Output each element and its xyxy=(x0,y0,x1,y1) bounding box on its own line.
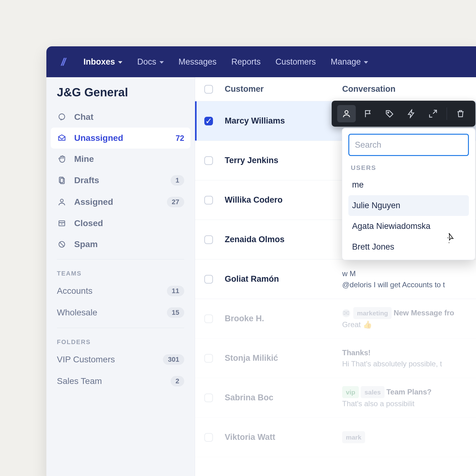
count-pill: 2 xyxy=(171,376,184,386)
svg-point-7 xyxy=(345,111,348,114)
tag: vip xyxy=(342,386,359,398)
move-icon[interactable] xyxy=(424,105,442,122)
sidebar-label: Drafts xyxy=(74,175,163,185)
sidebar-label: Spam xyxy=(74,239,184,249)
select-all-checkbox[interactable] xyxy=(204,85,213,94)
sidebar-label: Chat xyxy=(74,112,184,122)
chevron-down-icon xyxy=(118,61,122,64)
sidebar-label: Unassigned xyxy=(74,133,168,143)
sidebar-label: Assigned xyxy=(74,197,159,207)
sidebar-item-mine[interactable]: Mine xyxy=(46,149,195,170)
app-window: // InboxesDocsMessagesReportsCustomersMa… xyxy=(46,46,476,476)
label: Wholesale xyxy=(57,308,159,318)
chevron-down-icon xyxy=(159,61,164,64)
nav-docs[interactable]: Docs xyxy=(137,57,164,67)
label: Sales Team xyxy=(57,376,163,386)
sidebar: J&G General ChatUnassigned72MineDrafts1A… xyxy=(46,77,195,476)
row-checkbox[interactable] xyxy=(204,275,213,284)
table-row[interactable]: Stonja MilikićThanks!Hi That's absolutel… xyxy=(195,339,476,378)
row-checkbox[interactable] xyxy=(204,394,213,402)
divider xyxy=(57,259,184,259)
trash-icon[interactable] xyxy=(451,105,470,122)
count-pill: 1 xyxy=(171,175,184,186)
block-icon xyxy=(57,239,67,249)
svg-point-3 xyxy=(60,199,63,202)
count: 72 xyxy=(176,134,184,143)
sidebar-label: Closed xyxy=(74,218,184,228)
row-checkbox[interactable] xyxy=(204,433,213,442)
label: Accounts xyxy=(57,286,159,296)
nav-reports[interactable]: Reports xyxy=(232,57,261,67)
sidebar-label: Mine xyxy=(74,154,184,164)
assign-option[interactable]: Julie Nguyen xyxy=(348,195,469,216)
table-row[interactable]: Brooke H.✉marketingNew Message froGreat … xyxy=(195,299,476,339)
tag: marketing xyxy=(353,307,392,319)
customer-name: Goliat Ramón xyxy=(225,274,333,284)
drafts-icon xyxy=(57,175,67,185)
assign-icon[interactable] xyxy=(337,105,356,122)
dropdown-users-heading: USERS xyxy=(348,156,469,175)
team-wholesale[interactable]: Wholesale15 xyxy=(46,302,195,323)
flag-icon[interactable] xyxy=(359,105,377,122)
table-row[interactable]: Viktoria Wattmark xyxy=(195,418,476,457)
nav-manage[interactable]: Manage xyxy=(331,57,368,67)
sidebar-item-closed[interactable]: Closed xyxy=(46,213,195,234)
sidebar-item-spam[interactable]: Spam xyxy=(46,234,195,255)
svg-point-0 xyxy=(59,114,65,120)
tag-icon[interactable] xyxy=(380,105,399,122)
assign-option[interactable]: Agata Niewiadomska xyxy=(348,216,469,237)
customer-name: Marcy Williams xyxy=(225,116,333,126)
customer-name: Sabrina Boc xyxy=(225,393,333,402)
customer-name: Terry Jenkins xyxy=(225,156,333,165)
content: Customer Conversation ✓Marcy WilliamsHel… xyxy=(195,77,476,476)
assign-option[interactable]: Brett Jones xyxy=(348,237,469,257)
chevron-down-icon xyxy=(364,61,368,64)
tag: sales xyxy=(361,386,385,398)
count-pill: 27 xyxy=(167,197,184,207)
hand-icon xyxy=(57,154,67,164)
row-checkbox[interactable] xyxy=(204,235,213,244)
row-checkbox[interactable] xyxy=(204,196,213,204)
header-conversation[interactable]: Conversation xyxy=(333,84,470,94)
table-row[interactable]: Sabrina BocvipsalesTeam Plans?That's als… xyxy=(195,378,476,418)
count-pill: 15 xyxy=(167,307,184,318)
teams-heading: TEAMS xyxy=(46,264,195,280)
messenger-icon: ✉ xyxy=(342,309,350,317)
sidebar-item-chat[interactable]: Chat xyxy=(46,107,195,128)
nav-customers[interactable]: Customers xyxy=(275,57,316,67)
customer-name: Viktoria Watt xyxy=(225,432,333,442)
separator xyxy=(447,107,447,120)
row-checkbox[interactable] xyxy=(204,354,213,363)
bolt-icon[interactable] xyxy=(402,105,421,122)
row-checkbox[interactable] xyxy=(204,156,213,165)
svg-point-8 xyxy=(388,112,389,113)
nav-inboxes[interactable]: Inboxes xyxy=(83,57,122,67)
row-checkbox[interactable] xyxy=(204,314,213,323)
count-pill: 11 xyxy=(167,286,184,296)
sidebar-item-assigned[interactable]: Assigned27 xyxy=(46,191,195,213)
header-customer[interactable]: Customer xyxy=(225,84,333,94)
inbox-icon xyxy=(57,133,67,143)
person-icon xyxy=(57,197,67,207)
chat-icon xyxy=(57,112,67,122)
folders-heading: FOLDERS xyxy=(46,332,195,349)
inbox-title: J&G General xyxy=(46,86,195,107)
nav-messages[interactable]: Messages xyxy=(179,57,217,67)
row-checkbox[interactable]: ✓ xyxy=(204,117,213,125)
assign-option[interactable]: me xyxy=(348,175,469,195)
table-row[interactable]: Goliat Ramónw M@deloris I will get Accou… xyxy=(195,259,476,299)
sidebar-item-unassigned[interactable]: Unassigned72 xyxy=(51,128,190,149)
snippet: Hi That's absolutely possible, t xyxy=(342,358,470,369)
table-header: Customer Conversation xyxy=(195,77,476,101)
folder-sales-team[interactable]: Sales Team2 xyxy=(46,370,195,392)
sidebar-item-drafts[interactable]: Drafts1 xyxy=(46,170,195,191)
divider xyxy=(57,328,184,328)
customer-name: Brooke H. xyxy=(225,314,333,323)
folder-vip-customers[interactable]: VIP Customers301 xyxy=(46,349,195,370)
team-accounts[interactable]: Accounts11 xyxy=(46,280,195,302)
snippet: Great 👍 xyxy=(342,319,470,330)
logo-icon: // xyxy=(56,56,70,67)
top-nav: // InboxesDocsMessagesReportsCustomersMa… xyxy=(46,46,476,77)
customer-name: Willika Codero xyxy=(225,195,333,205)
assign-search-input[interactable] xyxy=(348,134,469,156)
